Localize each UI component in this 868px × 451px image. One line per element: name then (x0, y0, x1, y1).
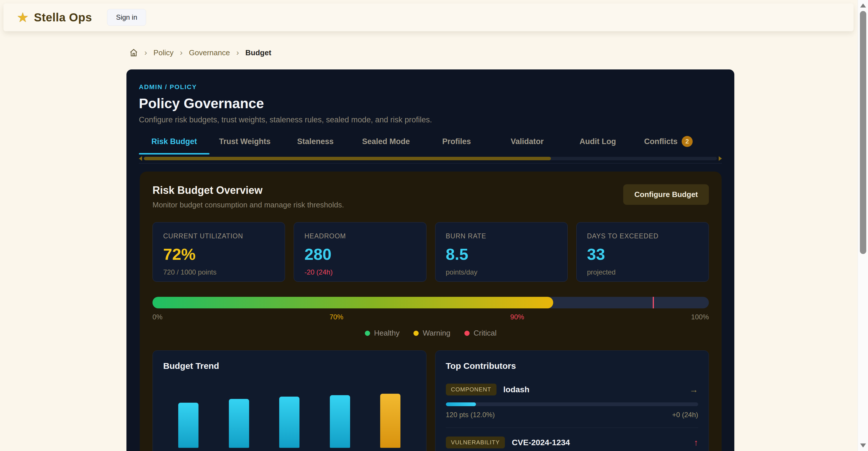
budget-trend-chart (163, 373, 416, 448)
status-legend: Healthy Warning Critical (153, 329, 709, 337)
tab-trust-weights[interactable]: Trust Weights (210, 136, 280, 155)
trend-bar-12-22 (330, 395, 350, 448)
stat-label: CURRENT UTILIZATION (163, 232, 274, 240)
bar-label-90: 90% (510, 313, 524, 321)
trend-bar-12-29 (380, 394, 400, 448)
brand-title: Stella Ops (34, 11, 92, 24)
stat-subtext: points/day (446, 268, 557, 276)
tab-profiles[interactable]: Profiles (421, 136, 492, 155)
contributor-row: VULNERABILITY CVE-2024-1234 ↑ 95 pts (9.… (446, 437, 699, 451)
tab-validator[interactable]: Validator (492, 136, 562, 155)
healthy-dot-icon (365, 331, 370, 336)
contribution-fill (446, 402, 476, 406)
budget-trend-title: Budget Trend (163, 361, 416, 371)
stella-logo-icon: ★ (17, 11, 29, 24)
budget-trend-card: Budget Trend 12/1 12/8 12/15 12/22 12/29 (153, 350, 427, 451)
budget-utilization-bar (153, 297, 709, 309)
breadcrumb-separator: › (237, 48, 239, 57)
critical-dot-icon (464, 331, 470, 336)
stat-label: DAYS TO EXCEEDED (587, 232, 698, 240)
risk-budget-overview-card: Risk Budget Overview Monitor budget cons… (140, 171, 722, 451)
contributor-name: CVE-2024-1234 (512, 438, 570, 447)
trend-bar-12-8 (229, 399, 249, 448)
legend-critical-label: Critical (474, 329, 496, 337)
page-scrollbar-thumb[interactable] (860, 11, 866, 254)
page-background: ★ Stella Ops Sign in › Policy › Governan… (0, 0, 858, 451)
warning-dot-icon (413, 331, 418, 336)
breadcrumb-separator: › (144, 48, 147, 57)
trend-bar-12-1 (178, 403, 198, 448)
tab-conflicts[interactable]: Conflicts 2 (633, 136, 704, 155)
stat-value: 8.5 (446, 245, 557, 263)
panel-header: ADMIN / POLICY Policy Governance Configu… (126, 69, 734, 124)
top-contributors-card: Top Contributors COMPONENT lodash → 120 … (435, 350, 709, 451)
budget-bar-labels: 0% 70% 90% 100% (153, 313, 709, 321)
stat-subtext: -20 (24h) (304, 268, 415, 276)
tab-staleness[interactable]: Staleness (280, 136, 351, 155)
row-divider (446, 427, 699, 428)
section-eyebrow: ADMIN / POLICY (139, 83, 722, 91)
breadcrumb-policy[interactable]: Policy (153, 48, 173, 57)
delta-24h: +0 (24h) (672, 411, 698, 419)
points-share: 120 pts (12.0%) (446, 411, 495, 419)
overview-subtitle: Monitor budget consumption and manage ri… (153, 200, 344, 210)
arrow-up-icon[interactable]: ↑ (694, 438, 698, 448)
breadcrumb-budget: Budget (245, 48, 271, 57)
page-title: Policy Governance (139, 95, 722, 111)
tabs-scrollbar-track[interactable] (144, 157, 717, 160)
stat-headroom: HEADROOM 280 -20 (24h) (294, 222, 426, 282)
stat-label: BURN RATE (446, 232, 557, 240)
conflicts-count-badge: 2 (682, 136, 693, 147)
bar-label-0: 0% (153, 313, 163, 321)
tabs-horizontal-scrollbar[interactable] (139, 156, 722, 163)
critical-marker (653, 297, 654, 309)
tab-audit-log[interactable]: Audit Log (562, 136, 633, 155)
tab-truncated[interactable]: Pl (704, 136, 722, 155)
arrow-right-icon[interactable]: → (689, 385, 698, 395)
stat-value: 33 (587, 245, 698, 263)
tabs-scrollbar-thumb[interactable] (144, 157, 551, 160)
stat-days-to-exceeded: DAYS TO EXCEEDED 33 projected (576, 222, 709, 282)
stat-label: HEADROOM (304, 232, 415, 240)
legend-healthy-label: Healthy (374, 329, 400, 337)
sign-in-button[interactable]: Sign in (107, 9, 146, 26)
stat-value: 280 (304, 245, 415, 263)
trend-bar-12-15 (279, 397, 300, 448)
overview-title: Risk Budget Overview (153, 184, 344, 196)
configure-budget-button[interactable]: Configure Budget (623, 184, 709, 205)
top-bar: ★ Stella Ops Sign in (3, 3, 854, 31)
page-scrollbar[interactable] (858, 0, 868, 451)
scroll-up-icon[interactable] (860, 3, 866, 7)
scroll-right-icon[interactable] (719, 156, 722, 161)
contributor-name: lodash (503, 385, 529, 394)
budget-bar-fill (153, 297, 553, 309)
contribution-track (446, 402, 699, 406)
type-badge: COMPONENT (446, 384, 496, 395)
stat-current-utilization: CURRENT UTILIZATION 72% 720 / 1000 point… (153, 222, 285, 282)
breadcrumb: › Policy › Governance › Budget (129, 48, 271, 57)
type-badge: VULNERABILITY (446, 437, 505, 448)
policy-governance-panel: ADMIN / POLICY Policy Governance Configu… (126, 69, 734, 451)
bar-label-100: 100% (691, 313, 709, 321)
scroll-left-icon[interactable] (139, 156, 142, 161)
top-contributors-title: Top Contributors (446, 361, 699, 371)
scroll-down-icon[interactable] (860, 444, 866, 448)
page-subtitle: Configure risk budgets, trust weights, s… (139, 116, 722, 124)
legend-warning-label: Warning (423, 329, 451, 337)
breadcrumb-separator: › (180, 48, 183, 57)
breadcrumb-governance[interactable]: Governance (189, 48, 230, 57)
stat-burn-rate: BURN RATE 8.5 points/day (435, 222, 568, 282)
bar-label-70: 70% (330, 313, 343, 321)
stat-subtext: 720 / 1000 points (163, 268, 274, 276)
home-icon[interactable] (129, 48, 138, 57)
tab-risk-budget[interactable]: Risk Budget (139, 136, 210, 155)
stat-subtext: projected (587, 268, 698, 276)
tab-bar: Risk Budget Trust Weights Staleness Seal… (139, 136, 722, 155)
stat-cards-row: CURRENT UTILIZATION 72% 720 / 1000 point… (153, 222, 709, 282)
contributor-row: COMPONENT lodash → 120 pts (12.0%) +0 (2… (446, 384, 699, 419)
tab-sealed-mode[interactable]: Sealed Mode (351, 136, 421, 155)
stat-value: 72% (163, 245, 274, 263)
